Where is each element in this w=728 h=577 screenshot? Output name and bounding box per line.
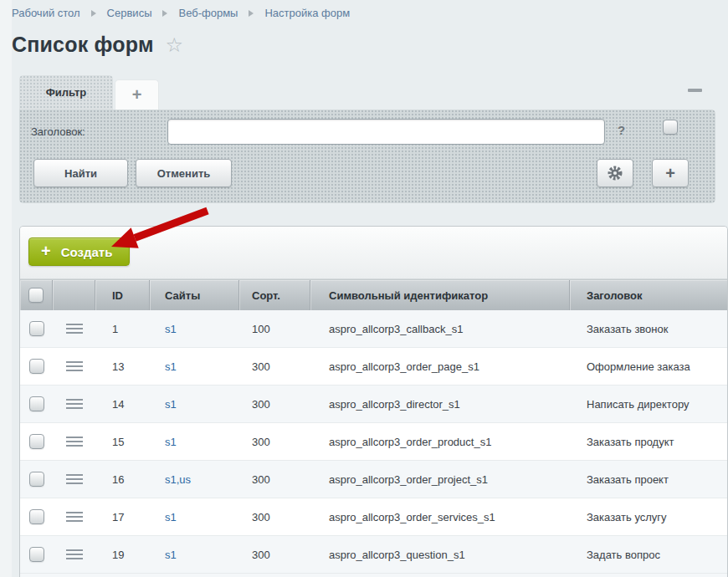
breadcrumb-arrow-icon: [162, 10, 167, 17]
cell-id: 13: [95, 348, 150, 385]
row-menu-icon[interactable]: [66, 549, 83, 559]
table-row: 16 s1,us 300 aspro_allcorp3_order_projec…: [20, 461, 727, 498]
table-row: 13 s1 300 aspro_allcorp3_order_page_s1 О…: [20, 348, 727, 386]
cell-sites[interactable]: s1: [165, 398, 177, 411]
cell-title: Заказать продукт: [570, 423, 727, 460]
table-row: 19 s1 300 aspro_allcorp3_question_s1 Зад…: [20, 536, 727, 574]
breadcrumb-item-form-settings[interactable]: Настройка форм: [264, 7, 350, 19]
cancel-button[interactable]: Отменить: [136, 159, 232, 187]
title-filter-input[interactable]: [167, 119, 605, 145]
minimize-filter-icon[interactable]: [688, 89, 702, 92]
cell-sites[interactable]: s1: [165, 360, 177, 373]
row-menu-icon[interactable]: [66, 437, 83, 447]
favorite-star-icon[interactable]: ☆: [166, 33, 184, 57]
page-gutter: [0, 0, 12, 577]
cell-sort: 100: [239, 310, 310, 347]
select-all-checkbox[interactable]: [28, 288, 44, 303]
cell-sites-wrap: s1: [150, 386, 239, 422]
cell-sites[interactable]: s1: [165, 511, 177, 523]
cell-sites[interactable]: s1: [165, 436, 177, 448]
tab-filter[interactable]: Фильтр: [19, 75, 113, 110]
gear-icon: [607, 165, 623, 181]
row-select-cell: [20, 423, 53, 460]
cell-code: aspro_allcorp3_order_services_s1: [310, 498, 570, 535]
cell-code: aspro_allcorp3_callback_s1: [310, 310, 570, 347]
row-menu-icon[interactable]: [66, 399, 83, 409]
cell-title: Заказать услугу: [570, 498, 727, 535]
row-checkbox[interactable]: [29, 472, 44, 487]
cell-id: 16: [95, 461, 150, 498]
breadcrumb-item-webforms[interactable]: Веб-формы: [178, 7, 238, 19]
row-select-cell: [20, 386, 53, 422]
row-actions-cell: [53, 386, 95, 422]
cell-id: 1: [95, 310, 150, 347]
cell-code: aspro_allcorp3_director_s1: [310, 386, 570, 422]
cell-sites[interactable]: s1: [165, 323, 177, 335]
row-menu-icon[interactable]: [66, 324, 83, 334]
header-sort[interactable]: Сорт.: [239, 280, 310, 310]
row-select-cell: [20, 310, 53, 347]
breadcrumb: Рабочий стол Сервисы Веб-формы Настройка…: [12, 7, 350, 19]
header-code[interactable]: Символьный идентификатор: [310, 280, 570, 310]
row-checkbox[interactable]: [29, 396, 44, 411]
filter-tabs: Фильтр +: [19, 75, 159, 110]
header-select-all-cell: [20, 280, 53, 310]
table-row: 1 s1 100 aspro_allcorp3_callback_s1 Зака…: [20, 310, 727, 348]
forms-grid-panel: + Создать ID Сайты Сорт. Символьный иден…: [19, 226, 728, 577]
row-checkbox[interactable]: [29, 509, 44, 524]
find-button[interactable]: Найти: [33, 159, 128, 187]
cell-sort: 300: [239, 386, 310, 422]
cell-sort: 300: [239, 348, 310, 385]
add-filter-tab[interactable]: +: [115, 79, 159, 110]
row-actions-cell: [53, 461, 95, 498]
row-select-cell: [20, 498, 53, 535]
cell-sort: 300: [239, 536, 310, 573]
title-field-label: Заголовок:: [31, 125, 85, 138]
cell-title: Заказать проект: [570, 461, 727, 498]
cell-sites-wrap: s1: [150, 498, 239, 535]
help-icon[interactable]: ?: [618, 123, 625, 137]
cell-code: aspro_allcorp3_order_page_s1: [310, 348, 570, 385]
row-select-cell: [20, 348, 53, 385]
table-row: 17 s1 300 aspro_allcorp3_order_services_…: [20, 498, 727, 536]
row-select-cell: [20, 461, 53, 498]
cell-sites-wrap: s1: [150, 310, 239, 347]
add-filter-field-button[interactable]: +: [652, 159, 689, 187]
cell-sites-wrap: s1,us: [150, 461, 239, 498]
create-button[interactable]: + Создать: [28, 237, 130, 266]
row-menu-icon[interactable]: [66, 512, 83, 522]
row-actions-cell: [53, 423, 95, 460]
cell-title: Заказать звонок: [570, 310, 727, 347]
cell-sites[interactable]: s1: [165, 549, 177, 561]
row-menu-icon[interactable]: [66, 361, 83, 371]
cell-sites[interactable]: s1,us: [165, 473, 191, 486]
row-actions-cell: [53, 498, 95, 535]
row-checkbox[interactable]: [29, 359, 44, 374]
cell-sort: 300: [239, 461, 310, 498]
cell-sites-wrap: s1: [150, 536, 239, 573]
row-checkbox[interactable]: [29, 321, 44, 336]
row-checkbox[interactable]: [29, 547, 44, 562]
header-actions-cell: [53, 280, 95, 310]
row-menu-icon[interactable]: [66, 474, 83, 484]
cell-id: 19: [95, 536, 150, 573]
header-title[interactable]: Заголовок: [570, 280, 727, 310]
page-title: Список форм: [12, 33, 154, 57]
breadcrumb-arrow-icon: [249, 10, 254, 17]
cell-sort: 300: [239, 498, 310, 535]
row-checkbox[interactable]: [29, 434, 44, 449]
cell-title: Написать директору: [570, 386, 727, 422]
table-row: 14 s1 300 aspro_allcorp3_director_s1 Нап…: [20, 386, 727, 423]
table-header: ID Сайты Сорт. Символьный идентификатор …: [20, 279, 727, 310]
filter-settings-button[interactable]: [597, 159, 633, 187]
header-sites[interactable]: Сайты: [150, 280, 239, 310]
breadcrumb-item-services[interactable]: Сервисы: [107, 7, 152, 19]
create-button-label: Создать: [61, 245, 113, 259]
breadcrumb-item-desktop[interactable]: Рабочий стол: [12, 7, 80, 19]
cell-title: Задать вопрос: [570, 536, 727, 573]
header-id[interactable]: ID: [95, 280, 150, 310]
row-actions-cell: [53, 348, 95, 385]
table-row: 15 s1 300 aspro_allcorp3_order_product_s…: [20, 423, 727, 461]
exact-match-checkbox[interactable]: [663, 120, 678, 135]
cell-id: 14: [95, 386, 150, 422]
